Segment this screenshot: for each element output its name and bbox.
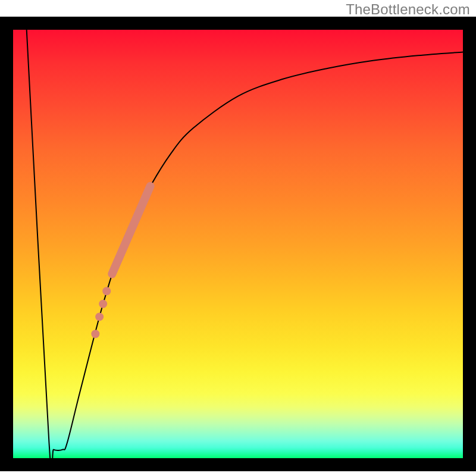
highlight-layer <box>91 186 150 338</box>
highlight-segment <box>112 186 150 274</box>
bottleneck-chart: TheBottleneck.com <box>0 0 476 476</box>
highlight-point <box>95 312 104 321</box>
chart-frame <box>0 17 476 471</box>
attribution-label: TheBottleneck.com <box>346 1 470 18</box>
plot-area <box>13 30 463 458</box>
highlight-point <box>102 287 111 295</box>
highlight-point <box>91 330 99 338</box>
highlight-point <box>99 300 107 308</box>
curve-svg <box>13 30 463 458</box>
bottleneck-curve <box>27 30 463 458</box>
